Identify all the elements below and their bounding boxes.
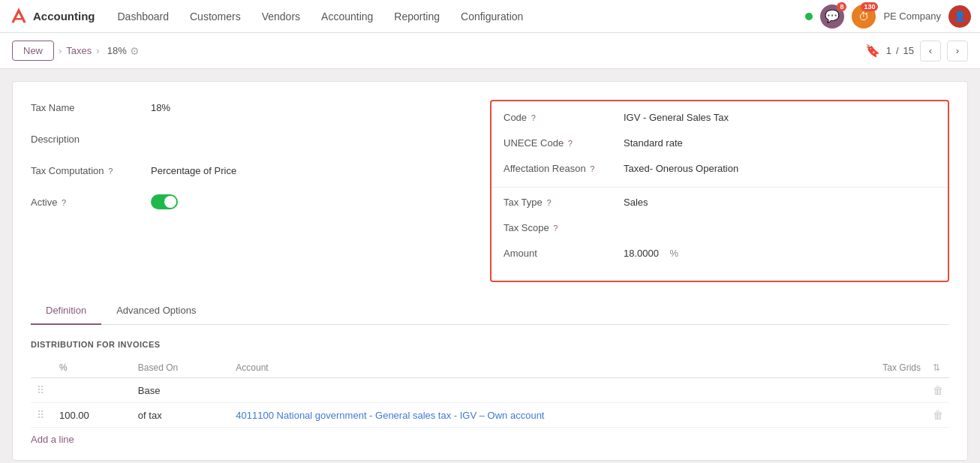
pagination-prev[interactable]: ‹ [920, 41, 941, 62]
code-help[interactable]: ? [531, 113, 536, 122]
tax-scope-value[interactable] [624, 221, 936, 222]
nav-menu: Dashboard Customers Vendors Accounting R… [107, 0, 806, 33]
distribution-title: DISTRIBUTION FOR INVOICES [31, 340, 949, 349]
distribution-table: % Based On Account Tax Grids ⇅ ⠿ Base [31, 358, 949, 428]
tab-advanced-options[interactable]: Advanced Options [101, 297, 211, 325]
tax-type-help[interactable]: ? [546, 198, 551, 207]
tax-computation-field: Tax Computation ? Percentage of Price [31, 163, 472, 184]
tab-definition[interactable]: Definition [31, 297, 101, 325]
col-account: Account [230, 358, 832, 378]
tax-name-label: Tax Name [31, 100, 151, 113]
notifications-button[interactable]: 💬 8 [820, 5, 844, 29]
breadcrumb-bar: New › Taxes › 18% ⚙ 🔖 1 / 15 ‹ › [0, 33, 980, 69]
col-tax-grids: Tax Grids [833, 358, 927, 378]
delete-row1-button[interactable]: 🗑 [933, 384, 943, 396]
tax-scope-label: Tax Scope ? [504, 221, 624, 233]
amount-label: Amount [504, 246, 624, 259]
timer-badge: 130 [861, 2, 878, 11]
affectation-value[interactable]: Taxed- Onerous Operation [624, 161, 936, 174]
pagination-next[interactable]: › [947, 41, 968, 62]
app-name: Accounting [33, 10, 95, 23]
breadcrumb-parent[interactable]: Taxes [66, 45, 92, 56]
pagination-current: 1 [886, 45, 891, 56]
topnav-right: 💬 8 ⏱ 130 PE Company 👤 [805, 5, 971, 29]
nav-customers[interactable]: Customers [179, 0, 251, 33]
row2-percent: 100.00 [53, 403, 132, 428]
amount-unit: % [669, 248, 678, 259]
drag-handle[interactable]: ⠿ [37, 384, 44, 396]
tax-type-value[interactable]: Sales [624, 195, 936, 208]
nav-accounting[interactable]: Accounting [311, 0, 383, 33]
unece-label: UNECE Code ? [504, 136, 624, 149]
nav-configuration[interactable]: Configuration [450, 0, 534, 33]
company-name: PE Company [883, 11, 941, 22]
right-column: Code ? IGV - General Sales Tax UNECE Cod… [490, 100, 949, 282]
active-help[interactable]: ? [62, 198, 66, 207]
row1-percent [53, 378, 132, 403]
table-row: ⠿ 100.00 of tax 4011100 National governm… [31, 403, 949, 428]
code-value[interactable]: IGV - General Sales Tax [624, 110, 936, 123]
drag-handle[interactable]: ⠿ [37, 409, 44, 421]
notification-badge: 8 [837, 2, 846, 11]
user-avatar[interactable]: 👤 [948, 5, 971, 28]
row2-account[interactable]: 4011100 National government - General sa… [230, 403, 832, 428]
app-logo[interactable]: Accounting [9, 7, 95, 26]
row1-account [230, 378, 832, 403]
active-field: Active ? [31, 194, 472, 215]
description-value[interactable] [151, 131, 472, 134]
row1-tax-grids [833, 378, 927, 403]
delete-row2-button[interactable]: 🗑 [933, 409, 943, 421]
col-percent: % [53, 358, 132, 378]
tabs-bar: Definition Advanced Options [31, 297, 949, 325]
unece-value[interactable]: Standard rate [624, 136, 936, 149]
tax-scope-field: Tax Scope ? [504, 221, 936, 239]
unece-help[interactable]: ? [568, 139, 573, 148]
affectation-field: Affectation Reason ? Taxed- Onerous Oper… [504, 161, 936, 179]
active-label: Active ? [31, 194, 151, 208]
bookmark-icon[interactable]: 🔖 [865, 44, 880, 58]
settings-icon[interactable]: ⚙ [130, 45, 140, 57]
nav-dashboard[interactable]: Dashboard [107, 0, 180, 33]
nav-right: 🔖 1 / 15 ‹ › [865, 41, 968, 62]
pagination-total: 15 [903, 45, 914, 56]
col-based-on: Based On [132, 358, 230, 378]
unece-field: UNECE Code ? Standard rate [504, 136, 936, 154]
tax-computation-value[interactable]: Percentage of Price [151, 163, 472, 176]
left-column: Tax Name 18% Description Tax Computation… [31, 100, 490, 282]
row1-based-on[interactable]: Base [132, 378, 230, 403]
description-field: Description [31, 131, 472, 152]
tax-name-value[interactable]: 18% [151, 100, 472, 113]
breadcrumb-sep2: › [96, 45, 99, 56]
status-indicator [805, 13, 813, 20]
tax-type-label: Tax Type ? [504, 195, 624, 208]
column-settings-icon[interactable]: ⇅ [933, 362, 940, 373]
table-row: ⠿ Base 🗑 [31, 378, 949, 403]
nav-vendors[interactable]: Vendors [251, 0, 311, 33]
amount-value[interactable]: 18.0000 % [624, 246, 936, 259]
timer-button[interactable]: ⏱ 130 [852, 5, 876, 29]
tax-computation-label: Tax Computation ? [31, 163, 151, 176]
affectation-help[interactable]: ? [590, 164, 594, 173]
tax-computation-help[interactable]: ? [108, 167, 113, 176]
add-line-button[interactable]: Add a line [31, 434, 74, 445]
tax-type-field: Tax Type ? Sales [504, 195, 936, 213]
affectation-label: Affectation Reason ? [504, 161, 624, 174]
description-label: Description [31, 131, 151, 145]
row2-tax-grids [833, 403, 927, 428]
topnav: Accounting Dashboard Customers Vendors A… [0, 0, 980, 33]
active-toggle[interactable] [151, 194, 178, 209]
amount-field: Amount 18.0000 % [504, 246, 936, 264]
pagination: 1 / 15 [886, 45, 914, 56]
row2-based-on[interactable]: of tax [132, 403, 230, 428]
breadcrumb-sep: › [59, 45, 62, 56]
code-field: Code ? IGV - General Sales Tax [504, 110, 936, 128]
breadcrumb-current: 18% [107, 45, 127, 56]
code-label: Code ? [504, 110, 624, 123]
new-button[interactable]: New [12, 41, 54, 61]
nav-reporting[interactable]: Reporting [383, 0, 450, 33]
tax-scope-help[interactable]: ? [553, 224, 558, 233]
main-form: Tax Name 18% Description Tax Computation… [12, 81, 968, 461]
tab-content-definition: DISTRIBUTION FOR INVOICES % Based On Acc… [13, 325, 967, 460]
tax-name-field: Tax Name 18% [31, 100, 472, 121]
